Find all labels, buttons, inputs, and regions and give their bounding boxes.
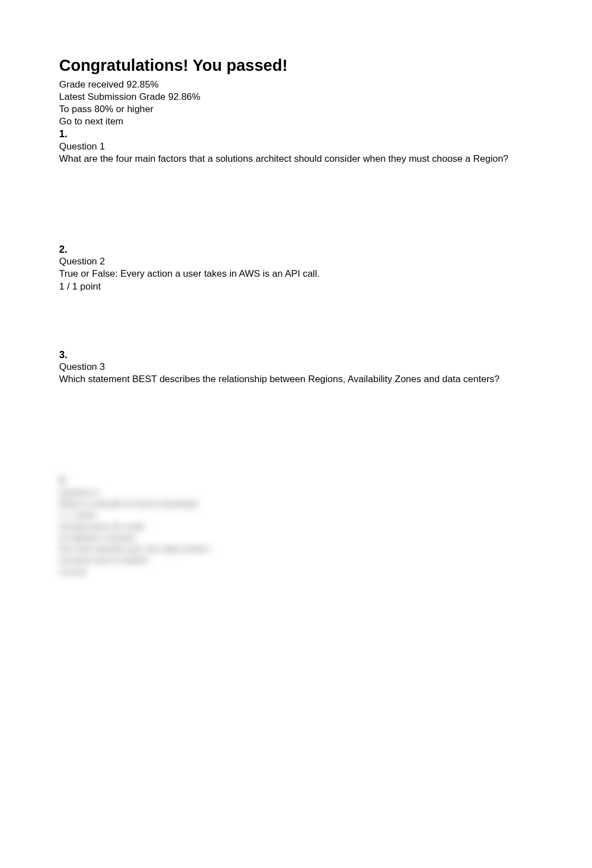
grade-received-label: Grade received [59,79,124,90]
blurred-label: Question 4 [59,487,533,498]
question-block: 3. Question 3 Which statement BEST descr… [59,349,533,386]
blurred-text: Run and maintain your own data centers. [59,543,533,554]
grade-received-line: Grade received 92.85% [59,79,533,91]
question-number: 1. [59,128,533,141]
to-pass-value: 80% or higher [94,104,153,114]
blurred-text: Go global in minutes. [59,532,533,543]
blurred-text: 1 / 1 point [59,509,533,520]
question-number: 3. [59,349,533,361]
question-block: 2. Question 2 True or False: Every actio… [59,243,533,293]
page-title: Congratulations! You passed! [59,56,533,75]
blurred-text: Increase time-to-market. [59,554,533,566]
question-label: Question 2 [59,255,533,268]
blurred-text: Overprovision for scale. [59,521,533,532]
blurred-text: What is a benefit of cloud computing? [59,498,533,509]
question-text: Which statement BEST describes the relat… [59,373,516,385]
question-label: Question 3 [59,361,533,373]
question-number: 2. [59,243,533,256]
question-label: Question 1 [59,141,533,153]
document-content: Congratulations! You passed! Grade recei… [0,0,592,577]
latest-grade-label: Latest Submission Grade [59,91,166,102]
blurred-content: 4. Question 4 What is a benefit of cloud… [59,475,533,577]
to-pass-label: To pass [59,104,92,114]
question-text: What are the four main factors that a so… [59,153,516,165]
question-block: 1. Question 1 What are the four main fac… [59,128,533,165]
points-line: 1 / 1 point [59,281,533,293]
blurred-text: Correct [59,566,533,577]
question-text: True or False: Every action a user takes… [59,268,516,280]
go-to-next-item[interactable]: Go to next item [59,115,533,128]
blurred-number: 4. [59,475,533,487]
latest-grade-line: Latest Submission Grade 92.86% [59,91,533,103]
grade-received-value: 92.85% [127,79,159,90]
to-pass-line: To pass 80% or higher [59,103,533,115]
latest-grade-value: 92.86% [168,91,201,102]
